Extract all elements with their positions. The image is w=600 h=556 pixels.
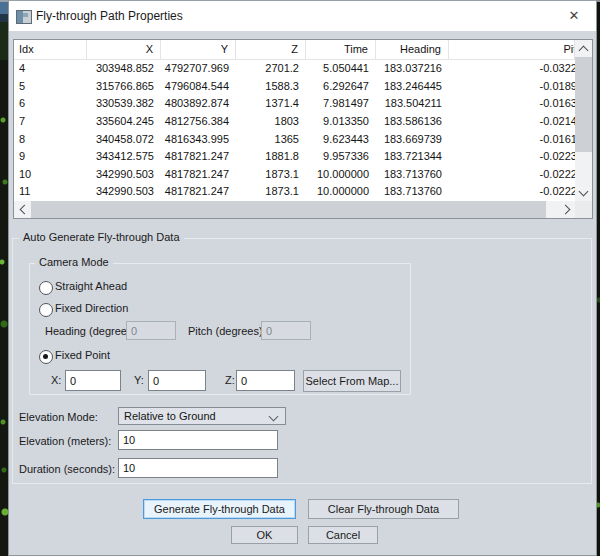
elevation-meters-label: Elevation (meters): [19, 435, 111, 447]
column-header-idx[interactable]: Idx [14, 40, 87, 59]
column-header-y[interactable]: Y [161, 40, 236, 59]
table-cell: 7.981497 [306, 95, 376, 113]
flythrough-path-properties-dialog: Fly-through Path Properties ✕ Idx X Y Z … [8, 0, 597, 556]
table-cell: -0.01893 [449, 78, 575, 96]
table-cell: 183.586136 [376, 113, 449, 131]
table-row[interactable]: 8340458.0724816343.99513659.623443183.66… [14, 131, 575, 149]
radio-fixed-point[interactable] [39, 350, 53, 364]
table-cell: 4816343.995 [161, 131, 236, 149]
clear-flythrough-data-button[interactable]: Clear Fly-through Data [308, 499, 459, 519]
table-cell: 330539.382 [87, 95, 161, 113]
table-cell: 6.292647 [306, 78, 376, 96]
column-header-time[interactable]: Time [306, 40, 376, 59]
table-cell: -0.02222 [449, 183, 575, 201]
table-cell: 10.000000 [306, 166, 376, 184]
table-cell: -0.01619 [449, 131, 575, 149]
scroll-left-icon[interactable] [14, 201, 31, 218]
camera-mode-group-label: Camera Mode [35, 256, 113, 268]
table-cell: 335604.245 [87, 113, 161, 131]
vertical-scroll-thumb[interactable] [575, 57, 592, 152]
elevation-mode-label: Elevation Mode: [19, 411, 98, 423]
table-cell: 5.050441 [306, 60, 376, 78]
elevation-mode-select[interactable]: Relative to Ground [118, 407, 286, 425]
x-field[interactable] [65, 370, 121, 391]
scroll-up-icon[interactable] [575, 40, 592, 57]
table-cell: 1803 [236, 113, 306, 131]
radio-straight-ahead-label: Straight Ahead [55, 280, 127, 292]
table-cell: 183.713760 [376, 166, 449, 184]
close-icon[interactable]: ✕ [564, 7, 584, 25]
radio-fixed-point-label: Fixed Point [55, 349, 110, 361]
generate-flythrough-data-button[interactable]: Generate Fly-through Data [143, 499, 296, 519]
table-cell: 4803892.874 [161, 95, 236, 113]
table-row[interactable]: 11342990.5034817821.2471873.110.00000018… [14, 183, 575, 201]
table-cell: 342990.503 [87, 166, 161, 184]
column-header-pitch[interactable]: Pitch [449, 40, 575, 59]
radio-fixed-direction[interactable] [39, 303, 53, 317]
radio-fixed-direction-label: Fixed Direction [55, 302, 128, 314]
column-header-x[interactable]: X [87, 40, 161, 59]
table-cell: 1365 [236, 131, 306, 149]
scrollbar-corner [575, 201, 592, 218]
table-cell: 7 [14, 113, 87, 131]
background-map-left [0, 0, 8, 556]
table-cell: 4817821.247 [161, 148, 236, 166]
table-cell: 183.713760 [376, 183, 449, 201]
cancel-button[interactable]: Cancel [308, 526, 378, 544]
table-cell: 343412.575 [87, 148, 161, 166]
table-cell: 183.669739 [376, 131, 449, 149]
table-row[interactable]: 4303948.8524792707.9692701.25.050441183.… [14, 60, 575, 78]
table-cell: 1873.1 [236, 183, 306, 201]
z-field[interactable] [236, 370, 295, 391]
z-label: Z: [225, 374, 235, 386]
table-cell: 1873.1 [236, 166, 306, 184]
duration-seconds-field[interactable] [118, 458, 278, 478]
ok-button[interactable]: OK [231, 526, 298, 544]
table-cell: 183.037216 [376, 60, 449, 78]
table-cell: 11 [14, 183, 87, 201]
table-cell: 1588.3 [236, 78, 306, 96]
table-cell: 183.504211 [376, 95, 449, 113]
horizontal-scrollbar[interactable] [14, 201, 575, 218]
column-header-heading[interactable]: Heading [376, 40, 449, 59]
camera-mode-group: Camera Mode Straight Ahead Fixed Directi… [29, 263, 411, 395]
table-cell: 183.721344 [376, 148, 449, 166]
table-row[interactable]: 5315766.8654796084.5441588.36.292647183.… [14, 78, 575, 96]
table-row[interactable]: 7335604.2454812756.38418039.013350183.58… [14, 113, 575, 131]
table-cell: 1371.4 [236, 95, 306, 113]
auto-generate-group-label: Auto Generate Fly-through Data [19, 231, 184, 243]
elevation-meters-field[interactable] [118, 430, 278, 450]
table-cell: 303948.852 [87, 60, 161, 78]
table-row[interactable]: 10342990.5034817821.2471873.110.00000018… [14, 166, 575, 184]
duration-seconds-label: Duration (seconds): [19, 463, 115, 475]
table-cell: -0.01633 [449, 95, 575, 113]
table-cell: 4812756.384 [161, 113, 236, 131]
table-cell: 5 [14, 78, 87, 96]
table-cell: 4817821.247 [161, 166, 236, 184]
table-cell: 4796084.544 [161, 78, 236, 96]
select-from-map-button[interactable]: Select From Map... [303, 370, 401, 392]
table-cell: 8 [14, 131, 87, 149]
scroll-down-icon[interactable] [575, 184, 592, 201]
table-cell: 6 [14, 95, 87, 113]
y-field[interactable] [148, 370, 206, 391]
vertical-scrollbar[interactable] [575, 40, 592, 201]
dropdown-chevron-icon [269, 412, 279, 422]
table-cell: 183.246445 [376, 78, 449, 96]
table-cell: -0.02233 [449, 148, 575, 166]
table-cell: -0.02141 [449, 113, 575, 131]
horizontal-scroll-thumb[interactable] [31, 201, 546, 218]
elevation-mode-value: Relative to Ground [124, 410, 216, 422]
table-cell: 340458.072 [87, 131, 161, 149]
table-row[interactable]: 6330539.3824803892.8741371.47.981497183.… [14, 95, 575, 113]
app-icon [16, 10, 32, 24]
table-cell: 4817821.247 [161, 183, 236, 201]
column-header-z[interactable]: Z [236, 40, 306, 59]
table-cell: 2701.2 [236, 60, 306, 78]
scroll-right-icon[interactable] [558, 201, 575, 218]
radio-straight-ahead[interactable] [39, 281, 53, 295]
table-cell: 342990.503 [87, 183, 161, 201]
table-row[interactable]: 9343412.5754817821.2471881.89.957336183.… [14, 148, 575, 166]
table-cell: 4 [14, 60, 87, 78]
table-cell: 10.000000 [306, 183, 376, 201]
